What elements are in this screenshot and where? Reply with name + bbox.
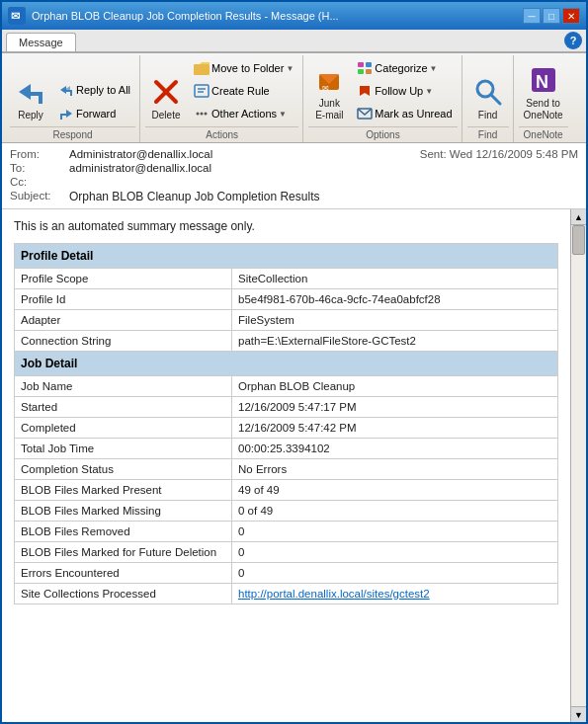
send-to-onenote-button[interactable]: N Send toOneNote xyxy=(519,61,568,124)
row-value: No Errors xyxy=(232,459,558,480)
tab-message[interactable]: Message xyxy=(6,33,76,51)
row-key: BLOB Files Marked Missing xyxy=(15,501,232,522)
subject-value: Orphan BLOB Cleanup Job Completion Resul… xyxy=(69,190,578,203)
svg-text:N: N xyxy=(536,72,548,92)
forward-label: Forward xyxy=(76,108,116,120)
find-label: Find xyxy=(478,110,497,121)
help-button[interactable]: ? xyxy=(564,32,582,49)
table-row: Profile ScopeSiteCollection xyxy=(15,269,558,289)
create-rule-label: Create Rule xyxy=(211,85,270,97)
reply-all-button[interactable]: Reply to All xyxy=(53,79,135,101)
forward-button[interactable]: Forward xyxy=(53,103,135,124)
row-value: b5e4f981-670b-46ca-9cfc-74ea0abfcf28 xyxy=(232,289,558,310)
forward-icon xyxy=(58,106,74,121)
onenote-icon: N xyxy=(528,64,559,96)
ribbon-group-find: Find Find xyxy=(463,55,514,142)
tab-bar: Message ? xyxy=(2,30,586,53)
find-group-label: Find xyxy=(467,126,509,140)
ribbon-group-actions: Delete Move to Folder ▼ xyxy=(141,55,303,142)
reply-all-label: Reply to All xyxy=(76,84,130,96)
app-icon: ✉ xyxy=(8,7,26,25)
actions-col: Move to Folder ▼ Create Rule xyxy=(189,57,298,124)
row-key: BLOB Files Marked Present xyxy=(15,480,232,501)
options-group-label: Options xyxy=(308,126,457,140)
scroll-thumb[interactable] xyxy=(572,225,585,255)
svg-marker-2 xyxy=(19,84,42,104)
move-to-folder-button[interactable]: Move to Folder ▼ xyxy=(189,57,298,79)
row-value: 00:00:25.3394102 xyxy=(232,439,558,459)
scroll-track xyxy=(571,225,586,706)
follow-up-button[interactable]: Follow Up ▼ xyxy=(352,80,457,102)
mark-as-unread-button[interactable]: Mark as Unread xyxy=(352,103,457,124)
svg-rect-20 xyxy=(366,62,372,67)
scroll-down-button[interactable]: ▼ xyxy=(571,706,586,722)
to-label: To: xyxy=(10,162,69,174)
scroll-up-button[interactable]: ▲ xyxy=(571,209,586,225)
intro-text: This is an automated summary message onl… xyxy=(14,219,558,233)
svg-marker-5 xyxy=(60,110,72,120)
table-section-header: Job Detail xyxy=(15,352,558,376)
message-body-wrapper: This is an automated summary message onl… xyxy=(2,209,586,722)
minimize-button[interactable]: ─ xyxy=(523,8,541,24)
onenote-label: Send toOneNote xyxy=(524,98,563,121)
move-to-folder-label: Move to Folder xyxy=(211,62,284,74)
svg-text:✉: ✉ xyxy=(11,10,20,22)
table-section-header: Profile Detail xyxy=(15,244,558,269)
table-row: Site Collections Processedhttp://portal.… xyxy=(15,584,558,604)
scrollbar[interactable]: ▲ ▼ xyxy=(570,209,586,722)
svg-text:✉: ✉ xyxy=(322,84,329,93)
from-label: From: xyxy=(10,148,69,160)
actions-group-label: Actions xyxy=(145,126,298,140)
row-value: 12/16/2009 5:47:17 PM xyxy=(232,397,558,418)
junk-email-button[interactable]: ✉ JunkE-mail xyxy=(308,61,350,124)
find-button[interactable]: Find xyxy=(467,73,509,124)
svg-rect-21 xyxy=(358,69,364,74)
folder-icon xyxy=(194,60,210,76)
row-link-value[interactable]: http://portal.denallix.local/sites/gctes… xyxy=(232,584,558,604)
table-row: Profile Idb5e4f981-670b-46ca-9cfc-74ea0a… xyxy=(15,289,558,310)
ribbon-group-respond: Reply Reply to All xyxy=(6,55,140,142)
table-row: BLOB Files Marked Present49 of 49 xyxy=(15,480,558,501)
svg-marker-23 xyxy=(360,86,370,96)
other-actions-button[interactable]: Other Actions ▼ xyxy=(189,103,298,124)
table-row: BLOB Files Marked Missing0 of 49 xyxy=(15,501,558,522)
row-key: BLOB Files Marked for Future Deletion xyxy=(15,542,232,563)
svg-rect-22 xyxy=(366,69,372,74)
other-actions-label: Other Actions xyxy=(211,108,277,120)
categorize-label: Categorize xyxy=(375,62,427,74)
follow-up-dropdown-arrow: ▼ xyxy=(425,87,433,96)
svg-point-13 xyxy=(197,113,200,116)
row-value: 12/16/2009 5:47:42 PM xyxy=(232,418,558,439)
create-rule-button[interactable]: Create Rule xyxy=(189,80,298,102)
detail-table: Profile DetailProfile ScopeSiteCollectio… xyxy=(14,243,558,604)
row-key: Job Name xyxy=(15,376,232,397)
message-body[interactable]: This is an automated summary message onl… xyxy=(2,209,570,722)
reply-label: Reply xyxy=(18,110,43,121)
row-value: 0 xyxy=(232,542,558,563)
close-button[interactable]: ✕ xyxy=(562,8,580,24)
table-row: Total Job Time00:00:25.3394102 xyxy=(15,439,558,459)
categorize-button[interactable]: Categorize ▼ xyxy=(352,57,457,79)
delete-icon xyxy=(150,76,182,108)
delete-button[interactable]: Delete xyxy=(145,73,187,124)
maximize-button[interactable]: □ xyxy=(543,8,560,24)
categorize-icon xyxy=(357,60,373,76)
table-row: Job NameOrphan BLOB Cleanup xyxy=(15,376,558,397)
from-value: Administrator@denallix.local Sent: Wed 1… xyxy=(69,148,578,160)
row-key: Profile Scope xyxy=(15,269,232,289)
title-bar: ✉ Orphan BLOB Cleanup Job Completion Res… xyxy=(2,2,586,30)
window-title: Orphan BLOB Cleanup Job Completion Resul… xyxy=(32,10,339,22)
row-key: Completed xyxy=(15,418,232,439)
row-value: SiteCollection xyxy=(232,269,558,289)
rule-icon xyxy=(194,83,210,99)
categorize-dropdown-arrow: ▼ xyxy=(430,64,438,73)
row-value: FileSystem xyxy=(232,310,558,331)
svg-line-26 xyxy=(491,95,500,104)
outlook-window: ✉ Orphan BLOB Cleanup Job Completion Res… xyxy=(0,0,588,724)
row-key: Profile Id xyxy=(15,289,232,310)
reply-button[interactable]: Reply xyxy=(10,73,51,124)
table-row: BLOB Files Removed0 xyxy=(15,522,558,542)
move-dropdown-arrow: ▼ xyxy=(286,64,294,73)
mark-unread-icon xyxy=(357,106,373,121)
delete-label: Delete xyxy=(152,110,181,121)
